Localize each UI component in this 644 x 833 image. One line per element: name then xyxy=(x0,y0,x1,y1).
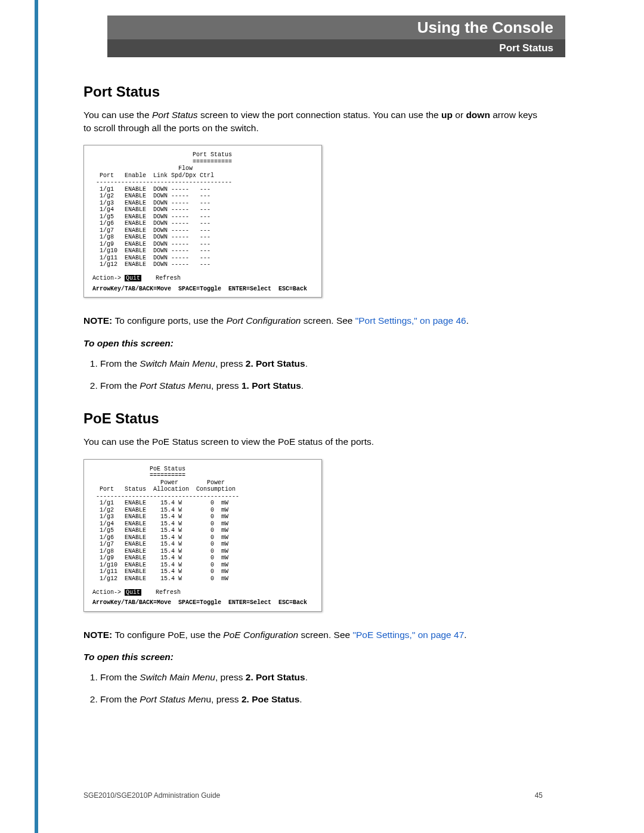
heading-port-status: Port Status xyxy=(83,83,543,100)
to-open-2: To open this screen: xyxy=(83,652,543,662)
heading-poe-status: PoE Status xyxy=(83,410,543,427)
step-2: From the Port Status Menu, press 2. Poe … xyxy=(100,693,543,706)
steps-port-status: From the Switch Main Menu, press 2. Port… xyxy=(83,357,543,392)
link-port-settings[interactable]: "Port Settings," on page 46 xyxy=(355,315,466,326)
port-status-note: NOTE: To configure ports, use the Port C… xyxy=(83,314,543,327)
step-1: From the Switch Main Menu, press 2. Port… xyxy=(100,671,543,684)
poe-status-note: NOTE: To configure PoE, use the PoE Conf… xyxy=(83,628,543,642)
port-status-intro: You can use the Port Status screen to vi… xyxy=(83,109,543,134)
page-content: Port Status You can use the Port Status … xyxy=(83,83,543,714)
footer-doc-title: SGE2010/SGE2010P Administration Guide xyxy=(83,791,220,800)
steps-poe-status: From the Switch Main Menu, press 2. Port… xyxy=(83,671,543,706)
console-poe-status: PoE Status ========== Power Power Port S… xyxy=(83,459,322,612)
step-2: From the Port Status Menu, press 1. Port… xyxy=(100,379,543,392)
page-number: 45 xyxy=(535,791,543,800)
page-footer: SGE2010/SGE2010P Administration Guide 45 xyxy=(83,791,543,800)
link-poe-settings[interactable]: "PoE Settings," on page 47 xyxy=(352,630,464,640)
step-1: From the Switch Main Menu, press 2. Port… xyxy=(100,357,543,370)
poe-status-intro: You can use the PoE Status screen to vie… xyxy=(83,435,543,448)
section-title: Port Status xyxy=(499,42,553,54)
page-header: Using the Console Port Status xyxy=(107,16,565,57)
console-port-status: Port Status =========== Flow Port Enable… xyxy=(83,145,322,298)
chapter-title: Using the Console xyxy=(417,18,553,37)
to-open-1: To open this screen: xyxy=(83,338,543,349)
left-accent-strip xyxy=(35,0,38,833)
